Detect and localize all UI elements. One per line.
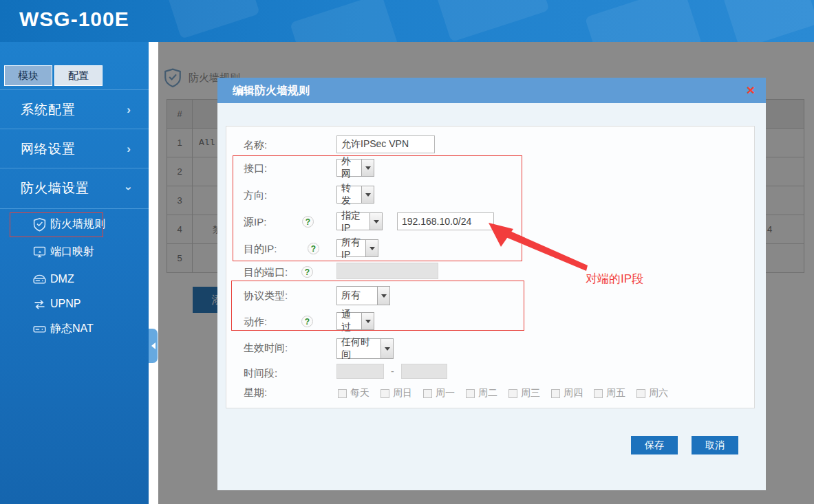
field-row-name: 名称: 允许IPSec VPN — [226, 135, 754, 155]
help-icon[interactable]: ? — [301, 266, 313, 278]
field-row-direction: 方向: 转发 — [226, 186, 754, 205]
field-label: 源IP: — [244, 212, 266, 232]
close-icon[interactable]: × — [747, 80, 755, 100]
protocol-select[interactable]: 所有 — [336, 286, 390, 305]
weekday-label: 周三 — [521, 387, 540, 399]
select-value: 外网 — [337, 160, 361, 176]
device-icon — [32, 322, 47, 336]
chevron-down-icon — [369, 213, 382, 230]
help-icon[interactable]: ? — [302, 216, 314, 228]
section-label: 防火墙设置 — [21, 179, 89, 197]
field-label: 目的IP: — [244, 239, 277, 259]
submenu-label: UPNP — [50, 298, 81, 310]
destination-port-input — [336, 263, 438, 279]
select-value: 任何时间 — [337, 339, 381, 358]
dialog-title: 编辑防火墙规则 — [233, 78, 310, 103]
destination-ip-select[interactable]: 所有IP — [336, 239, 378, 257]
dash-separator: - — [391, 366, 394, 377]
edit-firewall-rule-dialog: 编辑防火墙规则 × 名称: 允许IPSec VPN 接口: 外网 方向: 转发 — [217, 78, 766, 490]
chevron-down-icon — [381, 339, 393, 358]
select-value: 指定IP — [337, 213, 369, 230]
sidebar-item-static-nat[interactable]: 静态NAT — [0, 317, 149, 340]
field-row-interface: 接口: 外网 — [226, 159, 754, 178]
help-icon[interactable]: ? — [308, 243, 319, 254]
weekday-label: 周五 — [606, 387, 625, 399]
weekday-checkbox[interactable] — [594, 389, 603, 398]
save-button[interactable]: 保存 — [631, 436, 678, 454]
effective-time-select[interactable]: 任何时间 — [336, 338, 394, 359]
field-row-weekdays: 星期: 每天 周日 周一 周二 周三 周四 周五 周六 — [226, 383, 754, 402]
cancel-button[interactable]: 取消 — [692, 436, 738, 454]
sidebar-item-port-mapping[interactable]: 端口映射 — [0, 240, 149, 263]
period-start-input — [336, 364, 384, 379]
field-row-protocol: 协议类型: 所有 — [226, 286, 754, 305]
field-label: 时间段: — [244, 364, 277, 383]
source-ip-input[interactable]: 192.168.10.0/24 — [397, 212, 494, 230]
name-input[interactable]: 允许IPSec VPN — [336, 135, 435, 153]
submenu-label: 静态NAT — [50, 322, 94, 336]
section-label: 系统配置 — [21, 101, 76, 119]
weekday-label: 周四 — [564, 387, 583, 399]
period-end-input — [401, 364, 447, 379]
sidebar-item-system-config[interactable]: 系统配置 › — [0, 89, 149, 129]
weekday-checkbox[interactable] — [551, 389, 560, 398]
sidebar: 模块 配置 系统配置 › 网络设置 › 防火墙设置 › 防火墙规则 — [0, 42, 149, 504]
banner-texture — [290, 0, 398, 42]
sidebar-item-firewall-settings[interactable]: 防火墙设置 › — [0, 168, 149, 208]
field-row-source-ip: 源IP: ? 指定IP 192.168.10.0/24 — [226, 212, 754, 232]
sidebar-collapse-handle[interactable] — [149, 329, 158, 363]
chevron-down-icon — [361, 313, 374, 329]
dialog-titlebar: 编辑防火墙规则 × — [217, 78, 766, 103]
field-label: 名称: — [244, 135, 267, 155]
field-row-action: 动作: ? 通过 — [226, 312, 754, 331]
action-select[interactable]: 通过 — [336, 312, 374, 330]
weekday-checkbox[interactable] — [338, 389, 347, 398]
weekday-checkbox[interactable] — [636, 389, 645, 398]
source-ip-select[interactable]: 指定IP — [336, 212, 383, 230]
field-label: 协议类型: — [244, 286, 288, 305]
select-value: 转发 — [337, 186, 361, 203]
banner-texture — [585, 0, 702, 42]
weekday-label: 周二 — [478, 387, 497, 399]
weekday-checkbox[interactable] — [466, 389, 475, 398]
sidebar-item-network-settings[interactable]: 网络设置 › — [0, 129, 149, 168]
weekday-label: 周六 — [649, 387, 668, 399]
tab-modules[interactable]: 模块 — [4, 65, 52, 86]
field-row-time-period: 时间段: - — [226, 364, 754, 383]
chevron-right-icon: › — [127, 142, 131, 156]
divider — [0, 208, 149, 209]
weekday-checkbox[interactable] — [508, 389, 517, 398]
select-value: 通过 — [337, 313, 361, 329]
app-title: WSG-100E — [19, 8, 129, 31]
form-panel: 名称: 允许IPSec VPN 接口: 外网 方向: 转发 — [226, 126, 755, 408]
help-icon[interactable]: ? — [301, 316, 313, 327]
direction-select[interactable]: 转发 — [336, 186, 374, 204]
field-label: 动作: — [244, 312, 267, 331]
field-label: 接口: — [244, 159, 267, 178]
chevron-down-icon — [361, 186, 374, 203]
field-label: 生效时间: — [244, 338, 288, 358]
chevron-down-icon — [361, 160, 374, 176]
field-row-effective-time: 生效时间: 任何时间 — [226, 338, 754, 358]
submenu-label: DMZ — [50, 273, 74, 285]
chevron-right-icon: › — [127, 103, 131, 117]
banner-texture — [723, 0, 814, 42]
top-banner: WSG-100E — [0, 0, 814, 42]
banner-texture — [434, 0, 549, 42]
field-row-destination-port: 目的端口: ? — [226, 263, 754, 282]
weekday-label: 每天 — [350, 387, 369, 399]
tab-config[interactable]: 配置 — [54, 65, 103, 86]
sidebar-item-upnp[interactable]: UPNP — [0, 292, 149, 316]
field-label: 方向: — [244, 186, 267, 205]
weekday-checkbox[interactable] — [381, 389, 389, 398]
select-value: 所有IP — [337, 240, 365, 256]
annotation-red-box-sidebar — [10, 212, 103, 237]
chevron-left-icon — [151, 342, 156, 349]
weekday-label: 周一 — [436, 387, 455, 399]
interface-select[interactable]: 外网 — [336, 159, 374, 177]
router-icon — [32, 272, 47, 287]
section-label: 网络设置 — [21, 140, 76, 158]
chevron-down-icon — [365, 240, 378, 256]
weekday-checkbox[interactable] — [423, 389, 432, 398]
sidebar-item-dmz[interactable]: DMZ — [0, 267, 149, 291]
